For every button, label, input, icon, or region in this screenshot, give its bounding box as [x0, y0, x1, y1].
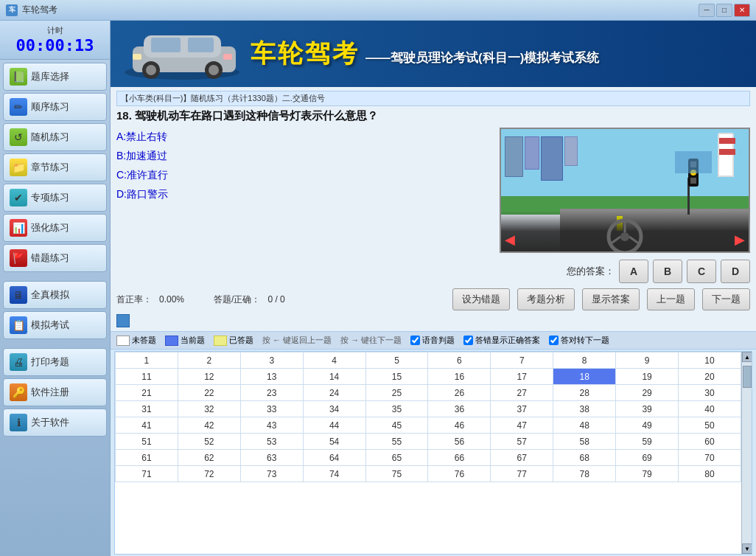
answer-btn-a[interactable]: A [619, 260, 648, 283]
prev-button[interactable]: 上一题 [647, 288, 695, 310]
grid-cell-14[interactable]: 14 [303, 369, 365, 385]
grid-cell-47[interactable]: 47 [491, 417, 553, 434]
grid-cell-43[interactable]: 43 [240, 417, 303, 434]
grid-cell-10[interactable]: 10 [679, 352, 741, 369]
choice-a[interactable]: A:禁止右转 [116, 128, 492, 147]
grid-cell-80[interactable]: 80 [679, 466, 741, 482]
grid-cell-31[interactable]: 31 [116, 401, 178, 417]
sidebar-item-random[interactable]: ↺ 随机练习 [3, 123, 107, 151]
grid-cell-36[interactable]: 36 [428, 401, 491, 417]
grid-cell-77[interactable]: 77 [491, 466, 553, 482]
grid-cell-1[interactable]: 1 [116, 352, 178, 369]
mark-wrong-button[interactable]: 设为错题 [452, 288, 510, 310]
grid-cell-71[interactable]: 71 [116, 466, 178, 482]
grid-cell-70[interactable]: 70 [679, 450, 741, 466]
next-button[interactable]: 下一题 [702, 288, 750, 310]
grid-cell-72[interactable]: 72 [178, 466, 240, 482]
scrollbar[interactable]: ▲ ▼ [741, 352, 752, 554]
grid-cell-44[interactable]: 44 [303, 417, 365, 434]
sidebar-item-realexam[interactable]: 🖥 全真模拟 [3, 281, 107, 309]
grid-cell-49[interactable]: 49 [616, 417, 679, 434]
grid-cell-25[interactable]: 25 [365, 385, 428, 401]
grid-cell-4[interactable]: 4 [303, 352, 365, 369]
sidebar-item-wrong[interactable]: 🚩 错题练习 [3, 244, 107, 272]
grid-cell-9[interactable]: 9 [616, 352, 679, 369]
sidebar-item-library[interactable]: 📗 题库选择 [3, 63, 107, 91]
grid-cell-28[interactable]: 28 [553, 385, 616, 401]
grid-cell-8[interactable]: 8 [553, 352, 616, 369]
maximize-button[interactable]: □ [716, 4, 732, 17]
scroll-thumb[interactable] [743, 366, 752, 388]
grid-cell-26[interactable]: 26 [428, 385, 491, 401]
grid-cell-27[interactable]: 27 [491, 385, 553, 401]
scroll-up-arrow[interactable]: ▲ [742, 352, 752, 362]
grid-cell-66[interactable]: 66 [428, 450, 491, 466]
grid-cell-17[interactable]: 17 [491, 369, 553, 385]
answer-btn-c[interactable]: C [687, 260, 716, 283]
sidebar-item-register[interactable]: 🔑 软件注册 [3, 378, 107, 406]
grid-cell-75[interactable]: 75 [365, 466, 428, 482]
sidebar-item-about[interactable]: ℹ 关于软件 [3, 409, 107, 437]
grid-cell-59[interactable]: 59 [616, 434, 679, 450]
grid-cell-2[interactable]: 2 [178, 352, 240, 369]
voice-check[interactable]: 语音判题 [410, 335, 455, 346]
grid-cell-38[interactable]: 38 [553, 401, 616, 417]
grid-cell-76[interactable]: 76 [428, 466, 491, 482]
grid-cell-45[interactable]: 45 [365, 417, 428, 434]
grid-cell-24[interactable]: 24 [303, 385, 365, 401]
grid-cell-60[interactable]: 60 [679, 434, 741, 450]
analyze-button[interactable]: 考题分析 [517, 288, 575, 310]
scroll-down-arrow[interactable]: ▼ [742, 543, 752, 554]
grid-cell-13[interactable]: 13 [240, 369, 303, 385]
auto-next-check[interactable]: 答对转下一题 [549, 335, 609, 346]
sidebar-item-special[interactable]: ✔ 专项练习 [3, 184, 107, 212]
voice-checkbox[interactable] [410, 336, 420, 345]
grid-cell-63[interactable]: 63 [240, 450, 303, 466]
grid-cell-39[interactable]: 39 [616, 401, 679, 417]
grid-cell-23[interactable]: 23 [240, 385, 303, 401]
grid-cell-54[interactable]: 54 [303, 434, 365, 450]
grid-cell-69[interactable]: 69 [616, 450, 679, 466]
sidebar-item-intensive[interactable]: 📊 强化练习 [3, 214, 107, 242]
grid-cell-65[interactable]: 65 [365, 450, 428, 466]
grid-cell-57[interactable]: 57 [491, 434, 553, 450]
minimize-button[interactable]: ─ [699, 4, 715, 17]
grid-cell-16[interactable]: 16 [428, 369, 491, 385]
grid-cell-19[interactable]: 19 [616, 369, 679, 385]
choice-d[interactable]: D:路口警示 [116, 185, 492, 204]
auto-next-checkbox[interactable] [549, 336, 559, 345]
grid-cell-3[interactable]: 3 [240, 352, 303, 369]
show-correct-checkbox[interactable] [463, 336, 473, 345]
grid-cell-30[interactable]: 30 [679, 385, 741, 401]
grid-cell-53[interactable]: 53 [240, 434, 303, 450]
grid-cell-15[interactable]: 15 [365, 369, 428, 385]
choice-b[interactable]: B:加速通过 [116, 147, 492, 166]
grid-cell-20[interactable]: 20 [679, 369, 741, 385]
grid-cell-22[interactable]: 22 [178, 385, 240, 401]
answer-btn-d[interactable]: D [721, 260, 750, 283]
grid-cell-18[interactable]: 18 [553, 369, 616, 385]
choice-c[interactable]: C:准许直行 [116, 166, 492, 185]
grid-cell-41[interactable]: 41 [116, 417, 178, 434]
grid-cell-21[interactable]: 21 [116, 385, 178, 401]
answer-btn-b[interactable]: B [653, 260, 682, 283]
show-correct-check[interactable]: 答错显示正确答案 [463, 335, 540, 346]
grid-cell-6[interactable]: 6 [428, 352, 491, 369]
grid-cell-64[interactable]: 64 [303, 450, 365, 466]
grid-cell-11[interactable]: 11 [116, 369, 178, 385]
grid-cell-73[interactable]: 73 [240, 466, 303, 482]
sidebar-item-simulate[interactable]: 📋 模拟考试 [3, 311, 107, 339]
grid-cell-5[interactable]: 5 [365, 352, 428, 369]
grid-cell-52[interactable]: 52 [178, 434, 240, 450]
grid-cell-32[interactable]: 32 [178, 401, 240, 417]
grid-cell-61[interactable]: 61 [116, 450, 178, 466]
grid-cell-79[interactable]: 79 [616, 466, 679, 482]
grid-cell-67[interactable]: 67 [491, 450, 553, 466]
grid-cell-62[interactable]: 62 [178, 450, 240, 466]
grid-cell-78[interactable]: 78 [553, 466, 616, 482]
grid-cell-68[interactable]: 68 [553, 450, 616, 466]
grid-cell-51[interactable]: 51 [116, 434, 178, 450]
grid-cell-34[interactable]: 34 [303, 401, 365, 417]
grid-cell-42[interactable]: 42 [178, 417, 240, 434]
grid-cell-46[interactable]: 46 [428, 417, 491, 434]
